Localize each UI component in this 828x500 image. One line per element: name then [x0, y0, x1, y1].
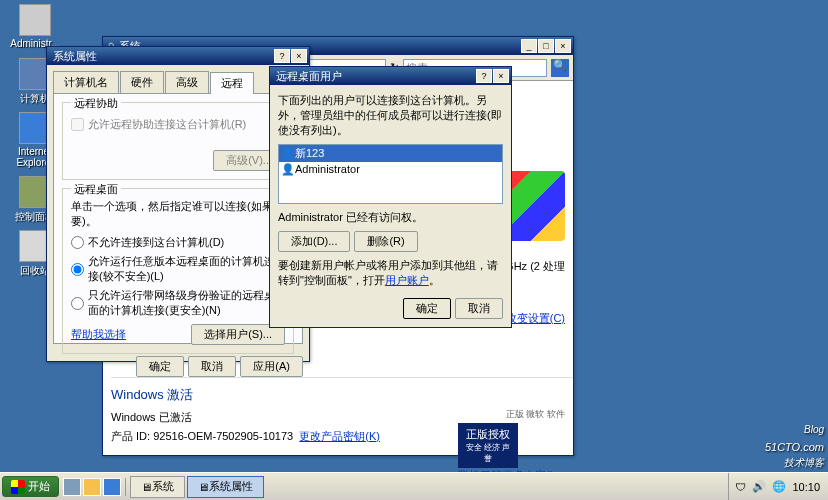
quick-launch: [59, 478, 126, 496]
instruction-text: 单击一个选项，然后指定谁可以连接(如果需要)。: [71, 199, 285, 229]
help-choose-link[interactable]: 帮助我选择: [71, 327, 126, 342]
titlebar[interactable]: 系统属性 ? ×: [47, 47, 309, 65]
group-legend: 远程协助: [71, 96, 121, 111]
folder-icon: [19, 4, 51, 36]
tab-remote[interactable]: 远程: [210, 72, 254, 94]
ok-button[interactable]: 确定: [403, 298, 451, 319]
cancel-button[interactable]: 取消: [188, 356, 236, 377]
radio-label: 不允许连接到这台计算机(D): [88, 235, 224, 250]
note-text: 要创建新用户帐户或将用户添加到其他组，请转到"控制面板"，打开用户账户。: [278, 258, 503, 288]
dialog-title: 远程桌面用户: [272, 69, 475, 84]
cpu-text: GHz (2 处理: [505, 259, 565, 274]
watermark: Blog 51CTO.com 技术博客: [765, 424, 824, 470]
search-button[interactable]: 🔍: [551, 59, 569, 77]
clock[interactable]: 10:10: [792, 481, 820, 493]
cancel-button[interactable]: 取消: [455, 298, 503, 319]
show-desktop-icon[interactable]: [63, 478, 81, 496]
remote-assistance-group: 远程协助 允许远程协助连接这台计算机(R) 高级(V)...: [62, 102, 294, 180]
users-listbox[interactable]: 👤新123 👤Administrator: [278, 144, 503, 204]
radio-label: 只允许运行带网络级身份验证的远程桌面的计算机连接(更安全)(N): [88, 288, 285, 318]
tab-advanced[interactable]: 高级: [165, 71, 209, 93]
tab-strip: 计算机名 硬件 高级 远程: [53, 71, 303, 94]
taskbar-item-system[interactable]: 🖥 系统: [130, 476, 185, 498]
ok-button[interactable]: 确定: [136, 356, 184, 377]
user-accounts-link[interactable]: 用户账户: [385, 274, 429, 286]
group-legend: 远程桌面: [71, 182, 121, 197]
tray-icon[interactable]: 🔊: [752, 480, 766, 493]
start-label: 开始: [28, 479, 50, 494]
product-id: 产品 ID: 92516-OEM-7502905-10173: [111, 429, 293, 444]
tab-hardware[interactable]: 硬件: [120, 71, 164, 93]
taskbar: 开始 🖥 系统 🖥 系统属性 🛡 🔊 🌐 10:10: [0, 472, 828, 500]
tray-icon[interactable]: 🌐: [772, 480, 786, 493]
radio-disallow[interactable]: [71, 236, 84, 249]
apply-button[interactable]: 应用(A): [240, 356, 303, 377]
wga-badge: 正版授权 安全 经济 声誉: [458, 423, 518, 468]
maximize-button[interactable]: □: [538, 39, 554, 53]
desktop-icon-admin[interactable]: Administr...: [10, 4, 60, 49]
remote-panel: 远程协助 允许远程协助连接这台计算机(R) 高级(V)... 远程桌面 单击一个…: [53, 94, 303, 344]
taskbar-item-system-properties[interactable]: 🖥 系统属性: [187, 476, 264, 498]
help-button[interactable]: ?: [476, 69, 492, 83]
add-button[interactable]: 添加(D)...: [278, 231, 350, 252]
system-tray: 🛡 🔊 🌐 10:10: [728, 473, 826, 500]
close-button[interactable]: ×: [493, 69, 509, 83]
access-status-text: Administrator 已经有访问权。: [278, 210, 503, 225]
checkbox-label: 允许远程协助连接这台计算机(R): [88, 117, 246, 132]
ie-icon[interactable]: [103, 478, 121, 496]
wga-hint: 正版 微软 软件: [458, 408, 565, 421]
list-item[interactable]: 👤新123: [279, 145, 502, 162]
remote-desktop-users-dialog: 远程桌面用户 ? × 下面列出的用户可以连接到这台计算机。另外，管理员组中的任何…: [269, 66, 512, 328]
start-button[interactable]: 开始: [2, 476, 59, 497]
titlebar[interactable]: 远程桌面用户 ? ×: [270, 67, 511, 85]
radio-allow-nla[interactable]: [71, 297, 84, 310]
explorer-icon[interactable]: [83, 478, 101, 496]
remove-button[interactable]: 删除(R): [354, 231, 417, 252]
dialog-buttons: 确定 取消 应用(A): [47, 350, 309, 383]
radio-label: 允许运行任意版本远程桌面的计算机连接(较不安全)(L): [88, 254, 285, 284]
list-item[interactable]: 👤Administrator: [279, 162, 502, 177]
dialog-instruction: 下面列出的用户可以连接到这台计算机。另外，管理员组中的任何成员都可以进行连接(即…: [278, 93, 503, 138]
close-button[interactable]: ×: [555, 39, 571, 53]
allow-remote-assist-checkbox: [71, 118, 84, 131]
tray-icon[interactable]: 🛡: [735, 481, 746, 493]
help-button[interactable]: ?: [274, 49, 290, 63]
tab-computer-name[interactable]: 计算机名: [53, 71, 119, 93]
remote-desktop-group: 远程桌面 单击一个选项，然后指定谁可以连接(如果需要)。 不允许连接到这台计算机…: [62, 188, 294, 354]
activation-status: Windows 已激活: [111, 410, 192, 425]
window-title: 系统属性: [49, 49, 273, 64]
change-product-key-link[interactable]: 更改产品密钥(K): [299, 429, 380, 444]
windows-flag-icon: [11, 480, 25, 494]
close-button[interactable]: ×: [291, 49, 307, 63]
radio-allow-any[interactable]: [71, 263, 84, 276]
minimize-button[interactable]: _: [521, 39, 537, 53]
